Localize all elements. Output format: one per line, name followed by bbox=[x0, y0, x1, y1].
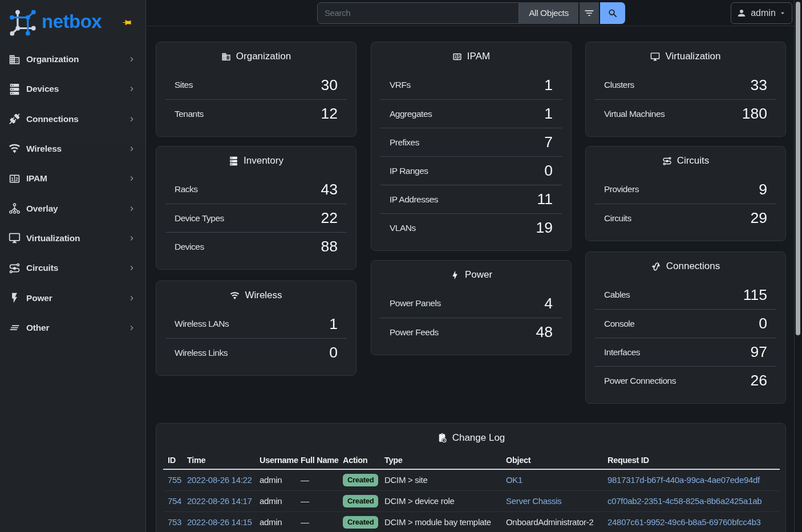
svg-text:1: 1 bbox=[11, 176, 14, 182]
svg-text:1: 1 bbox=[454, 55, 456, 59]
svg-text:2: 2 bbox=[15, 176, 18, 182]
svg-text:2: 2 bbox=[458, 55, 460, 59]
